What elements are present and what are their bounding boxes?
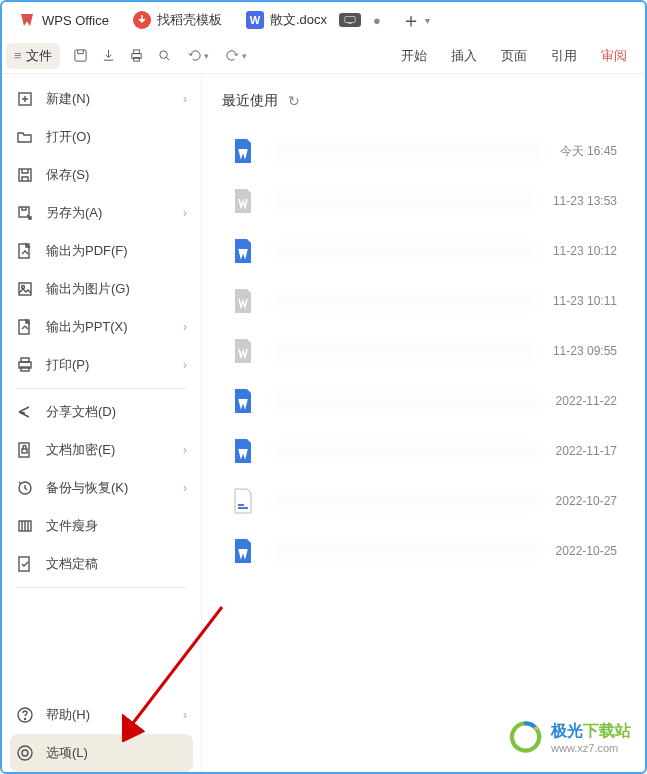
file-name-blurred bbox=[270, 292, 539, 310]
menu-backup[interactable]: 备份与恢复(K)› bbox=[2, 469, 201, 507]
menu-label: 保存(S) bbox=[46, 166, 89, 184]
tab-template[interactable]: 找稻壳模板 bbox=[121, 2, 234, 38]
recent-item[interactable]: 2022-10-25 bbox=[222, 526, 625, 576]
file-date: 11-23 10:11 bbox=[553, 294, 617, 308]
save-icon[interactable] bbox=[68, 44, 94, 68]
file-date: 2022-10-27 bbox=[556, 494, 617, 508]
ribbon-tab-0[interactable]: 开始 bbox=[401, 47, 427, 65]
file-icon bbox=[230, 336, 256, 366]
menu-print[interactable]: 打印(P)› bbox=[2, 346, 201, 384]
tab-menu-dot[interactable]: ● bbox=[373, 13, 381, 28]
tab-document-label: 散文.docx bbox=[270, 11, 327, 29]
recent-item[interactable]: 11-23 10:11 bbox=[222, 276, 625, 326]
svg-rect-1 bbox=[348, 23, 351, 24]
file-date: 11-23 09:55 bbox=[553, 344, 617, 358]
file-menu-button[interactable]: ≡ 文件 bbox=[6, 43, 60, 69]
menu-share[interactable]: 分享文档(D) bbox=[2, 393, 201, 431]
watermark: 极光下载站 www.xz7.com bbox=[509, 720, 631, 754]
menu-label: 文档加密(E) bbox=[46, 441, 115, 459]
menu-separator bbox=[16, 587, 187, 588]
ribbon-tab-1[interactable]: 插入 bbox=[451, 47, 477, 65]
menu-label: 文件瘦身 bbox=[46, 517, 98, 535]
undo-icon[interactable]: ▾ bbox=[180, 44, 216, 68]
print-icon[interactable] bbox=[124, 44, 150, 68]
chevron-right-icon: › bbox=[183, 443, 187, 457]
menu-slim[interactable]: 文件瘦身 bbox=[2, 507, 201, 545]
menu-label: 分享文档(D) bbox=[46, 403, 116, 421]
watermark-text-b: 下载站 bbox=[583, 722, 631, 739]
menu-label: 新建(N) bbox=[46, 90, 90, 108]
img-icon bbox=[16, 280, 34, 298]
menu-saveas[interactable]: 另存为(A)› bbox=[2, 194, 201, 232]
svg-rect-11 bbox=[19, 283, 31, 295]
menu-img[interactable]: 输出为图片(G) bbox=[2, 270, 201, 308]
menu-label: 备份与恢复(K) bbox=[46, 479, 128, 497]
recent-item[interactable]: 2022-11-17 bbox=[222, 426, 625, 476]
print-icon bbox=[16, 356, 34, 374]
hamburger-icon: ≡ bbox=[14, 48, 22, 63]
refresh-icon[interactable]: ↻ bbox=[288, 93, 300, 109]
new-icon bbox=[16, 90, 34, 108]
redo-icon[interactable]: ▾ bbox=[218, 44, 254, 68]
menu-label: 打印(P) bbox=[46, 356, 89, 374]
new-tab-button[interactable]: ＋▾ bbox=[393, 7, 438, 34]
final-icon bbox=[16, 555, 34, 573]
menu-label: 输出为PDF(F) bbox=[46, 242, 128, 260]
menu-new[interactable]: 新建(N)› bbox=[2, 80, 201, 118]
save-icon bbox=[16, 166, 34, 184]
svg-point-25 bbox=[18, 746, 32, 760]
svg-rect-18 bbox=[22, 449, 27, 453]
main-area: 新建(N)›打开(O)保存(S)另存为(A)›输出为PDF(F)输出为图片(G)… bbox=[2, 74, 645, 772]
svg-rect-4 bbox=[134, 50, 140, 54]
menu-final[interactable]: 文档定稿 bbox=[2, 545, 201, 583]
menu-lock[interactable]: 文档加密(E)› bbox=[2, 431, 201, 469]
menu-label: 选项(L) bbox=[46, 744, 88, 762]
watermark-logo-icon bbox=[509, 720, 543, 754]
file-date: 11-23 13:53 bbox=[553, 194, 617, 208]
chevron-right-icon: › bbox=[183, 358, 187, 372]
recent-item[interactable]: 2022-11-22 bbox=[222, 376, 625, 426]
lock-icon bbox=[16, 441, 34, 459]
recent-item[interactable]: 11-23 10:12 bbox=[222, 226, 625, 276]
ribbon-tabs: 开始插入页面引用审阅 bbox=[401, 47, 641, 65]
file-menu-label: 文件 bbox=[26, 47, 52, 65]
chevron-right-icon: › bbox=[183, 92, 187, 106]
preview-icon[interactable] bbox=[152, 44, 178, 68]
ribbon-tab-3[interactable]: 引用 bbox=[551, 47, 577, 65]
file-name-blurred bbox=[270, 142, 546, 160]
menu-label: 另存为(A) bbox=[46, 204, 102, 222]
menu-help[interactable]: 帮助(H)› bbox=[2, 696, 201, 734]
tab-document[interactable]: W 散文.docx ● bbox=[234, 2, 393, 38]
file-icon bbox=[230, 136, 256, 166]
file-date: 11-23 10:12 bbox=[553, 244, 617, 258]
recent-item[interactable]: 2022-10-27 bbox=[222, 476, 625, 526]
export-icon[interactable] bbox=[96, 44, 122, 68]
ribbon-tab-2[interactable]: 页面 bbox=[501, 47, 527, 65]
share-icon bbox=[16, 403, 34, 421]
file-name-blurred bbox=[270, 242, 539, 260]
open-icon bbox=[16, 128, 34, 146]
menu-pdf[interactable]: 输出为PDF(F) bbox=[2, 232, 201, 270]
file-date: 2022-10-25 bbox=[556, 544, 617, 558]
word-doc-icon: W bbox=[246, 11, 264, 29]
menu-save[interactable]: 保存(S) bbox=[2, 156, 201, 194]
recent-item[interactable]: 11-23 09:55 bbox=[222, 326, 625, 376]
title-bar: WPS Office 找稻壳模板 W 散文.docx ● ＋▾ bbox=[2, 2, 645, 38]
recent-item[interactable]: 今天 16:45 bbox=[222, 126, 625, 176]
menu-options[interactable]: 选项(L) bbox=[10, 734, 193, 772]
help-icon bbox=[16, 706, 34, 724]
file-date: 2022-11-17 bbox=[556, 444, 617, 458]
menu-label: 文档定稿 bbox=[46, 555, 98, 573]
menu-label: 打开(O) bbox=[46, 128, 91, 146]
menu-ppt[interactable]: 输出为PPT(X)› bbox=[2, 308, 201, 346]
ppt-icon bbox=[16, 318, 34, 336]
backup-icon bbox=[16, 479, 34, 497]
menu-open[interactable]: 打开(O) bbox=[2, 118, 201, 156]
wps-logo-icon bbox=[18, 11, 36, 29]
svg-rect-2 bbox=[75, 50, 86, 61]
chevron-right-icon: › bbox=[183, 708, 187, 722]
menu-label: 输出为图片(G) bbox=[46, 280, 130, 298]
recent-item[interactable]: 11-23 13:53 bbox=[222, 176, 625, 226]
ribbon-tab-4[interactable]: 审阅 bbox=[601, 47, 627, 65]
tab-home[interactable]: WPS Office bbox=[6, 2, 121, 38]
